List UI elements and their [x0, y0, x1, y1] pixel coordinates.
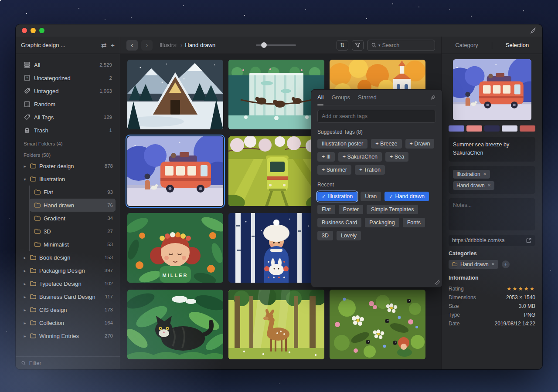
- folder-cis-design[interactable]: ▸ CIS design 173: [20, 303, 116, 316]
- tab-all[interactable]: All: [317, 94, 323, 101]
- thumbnail-size-slider[interactable]: [256, 44, 296, 46]
- url-box[interactable]: [449, 235, 535, 246]
- folder-collection[interactable]: ▸ Collection 164: [20, 316, 116, 329]
- brush-icon[interactable]: [529, 27, 536, 34]
- folder-winning-entries[interactable]: ▸ Winning Entries 270: [20, 329, 116, 342]
- recent-tag[interactable]: Lovely: [337, 231, 361, 240]
- tab-selection[interactable]: Selection: [492, 42, 542, 48]
- recent-tag[interactable]: Uran: [361, 192, 381, 201]
- close-icon[interactable]: ✕: [491, 262, 495, 267]
- thumbnail-summer-bus-selected[interactable]: [127, 136, 223, 206]
- disclosure-triangle-icon[interactable]: ▸: [23, 268, 27, 273]
- palette-swatch[interactable]: [502, 125, 517, 132]
- url-input[interactable]: [452, 237, 523, 243]
- sidebar-item-all-tags[interactable]: All Tags 129: [20, 111, 116, 124]
- disclosure-triangle-icon[interactable]: ▸: [23, 334, 27, 338]
- add-folder-icon[interactable]: +: [111, 41, 115, 49]
- back-button[interactable]: ‹: [126, 40, 138, 51]
- sort-button[interactable]: ⇅: [337, 40, 348, 51]
- folder-3d[interactable]: 3D 27: [30, 225, 116, 238]
- disclosure-triangle-icon[interactable]: ▸: [23, 294, 27, 299]
- close-window-button[interactable]: [22, 28, 27, 33]
- recent-tag[interactable]: Flat: [317, 205, 335, 214]
- disclosure-triangle-icon[interactable]: ▸: [23, 164, 27, 169]
- external-link-icon[interactable]: [526, 237, 532, 243]
- tag-chip[interactable]: Illustration ✕: [453, 170, 490, 179]
- close-icon[interactable]: ✕: [483, 172, 487, 176]
- folder-typeface-design[interactable]: ▸ Typeface Design 102: [20, 277, 116, 290]
- disclosure-triangle-icon[interactable]: ▸: [23, 308, 27, 312]
- disclosure-triangle-icon[interactable]: ▸: [23, 281, 27, 286]
- zoom-window-button[interactable]: [39, 28, 44, 33]
- suggested-tag[interactable]: + Ill: [317, 152, 335, 162]
- pin-icon[interactable]: [429, 95, 436, 101]
- item-tags-box[interactable]: Illustration ✕ Hand drawn ✕: [449, 166, 535, 194]
- disclosure-triangle-icon[interactable]: ▸: [23, 255, 27, 260]
- folder-flat[interactable]: Flat 93: [30, 186, 116, 199]
- sidebar-item-random[interactable]: Random: [20, 98, 116, 111]
- slider-thumb[interactable]: [261, 42, 267, 48]
- folder-minimalist[interactable]: Minimalist 53: [30, 238, 116, 251]
- thumbnail-waterfall-bears[interactable]: [228, 60, 324, 129]
- library-name[interactable]: Graphic design ...: [21, 42, 97, 48]
- recent-tag[interactable]: Simple Templates: [367, 205, 418, 214]
- sort-folders-icon[interactable]: ⇄: [101, 41, 107, 49]
- tag-search-input[interactable]: [322, 113, 432, 119]
- suggested-tag[interactable]: + Drawn: [405, 139, 435, 149]
- close-icon[interactable]: ✕: [487, 183, 491, 188]
- recent-tag[interactable]: Packaging: [365, 218, 399, 227]
- notes-box[interactable]: [449, 198, 535, 230]
- recent-tag[interactable]: Fonts: [403, 218, 425, 227]
- item-title[interactable]: Summer sea breeze by SakuraChen: [449, 137, 535, 162]
- search-input[interactable]: [382, 42, 431, 48]
- notes-input[interactable]: [453, 202, 531, 225]
- tab-starred[interactable]: Starred: [358, 94, 377, 101]
- thumbnail-cat-forest[interactable]: [127, 290, 223, 359]
- tag-search-field[interactable]: [317, 110, 436, 123]
- sidebar-item-trash[interactable]: Trash 1: [20, 124, 116, 137]
- folder-book-design[interactable]: ▸ Book design 153: [20, 251, 116, 264]
- recent-tag[interactable]: Poster: [339, 205, 363, 214]
- thumbnail-flower-pond[interactable]: [330, 290, 425, 359]
- recent-tag-selected[interactable]: ✓ Illustration: [317, 192, 357, 201]
- tab-groups[interactable]: Groups: [331, 94, 350, 101]
- add-category-button[interactable]: +: [502, 260, 510, 268]
- filter-button[interactable]: [352, 40, 364, 51]
- suggested-tag[interactable]: + Summer: [317, 165, 351, 175]
- sidebar-item-all[interactable]: All 2,529: [20, 58, 116, 71]
- search-field[interactable]: ▾: [367, 40, 435, 51]
- smart-folders-section[interactable]: Smart Folders (4): [20, 137, 116, 148]
- palette-swatch[interactable]: [466, 125, 482, 132]
- folder-packaging-design[interactable]: ▸ Packaging Design 397: [20, 264, 116, 277]
- folder-poster-design[interactable]: ▸ Poster design 878: [20, 159, 116, 172]
- recent-tag[interactable]: 3D: [317, 231, 333, 240]
- palette-swatch[interactable]: [520, 125, 535, 132]
- filter-input[interactable]: [29, 360, 115, 366]
- tag-chip[interactable]: Hand drawn ✕: [453, 181, 494, 190]
- folder-illustration[interactable]: ▾ Illustration: [20, 172, 116, 186]
- resize-handle[interactable]: [435, 280, 440, 285]
- minimize-window-button[interactable]: [31, 28, 36, 33]
- suggested-tag[interactable]: + Breeze: [371, 139, 401, 149]
- disclosure-triangle-icon[interactable]: ▸: [23, 321, 27, 325]
- tab-category[interactable]: Category: [442, 42, 492, 48]
- disclosure-triangle-icon[interactable]: ▾: [23, 177, 27, 182]
- category-chip[interactable]: Hand drawn ✕: [449, 260, 498, 269]
- search-scope-caret-icon[interactable]: ▾: [378, 43, 381, 47]
- folders-section[interactable]: Folders (58): [20, 148, 116, 159]
- recent-tag[interactable]: Business Card: [317, 218, 361, 227]
- palette-swatch[interactable]: [484, 125, 500, 132]
- forward-button[interactable]: ›: [141, 40, 153, 51]
- sidebar-item-uncategorized[interactable]: Uncategorized 2: [20, 71, 116, 84]
- rating-stars[interactable]: ★★★★★: [507, 285, 535, 292]
- sidebar-item-untagged[interactable]: Untagged 1,063: [20, 84, 116, 98]
- suggested-tag[interactable]: Illustration poster: [317, 139, 367, 149]
- folder-hand-drawn[interactable]: Hand drawn 76: [30, 199, 116, 212]
- thumbnail-snow-cabin[interactable]: [127, 60, 223, 129]
- folder-gradient[interactable]: Gradient 34: [30, 212, 116, 225]
- suggested-tag[interactable]: + SakuraChen: [338, 152, 382, 162]
- palette-swatch[interactable]: [449, 125, 464, 132]
- thumbnail-winter-girl[interactable]: [228, 213, 324, 283]
- breadcrumb-parent[interactable]: Illustrat: [160, 42, 178, 48]
- thumbnail-train-blossom[interactable]: [228, 136, 324, 206]
